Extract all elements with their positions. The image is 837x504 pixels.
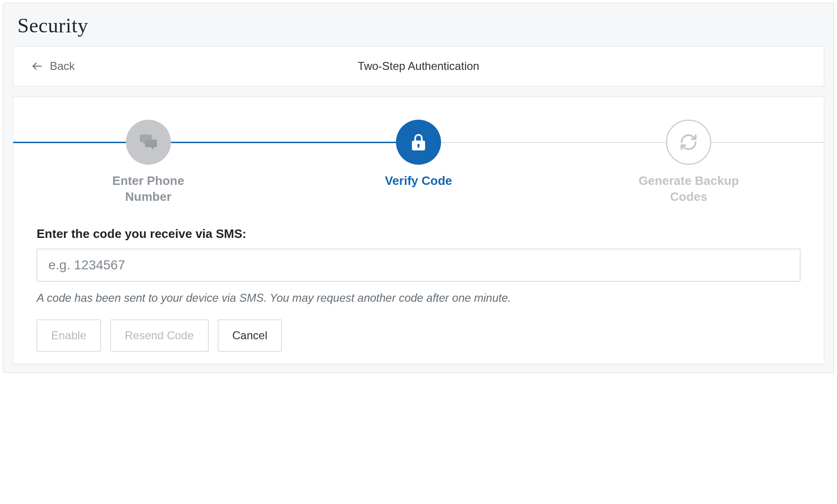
- enable-button: Enable: [37, 320, 101, 351]
- content-card: Enter Phone Number Verify Code: [13, 97, 824, 364]
- back-label: Back: [50, 60, 75, 73]
- resend-code-button: Resend Code: [110, 320, 209, 351]
- step-circle-upcoming: [666, 120, 711, 165]
- cancel-button[interactable]: Cancel: [218, 320, 282, 351]
- code-input[interactable]: [37, 249, 800, 282]
- step-label: Verify Code: [385, 173, 452, 189]
- step-enter-phone: Enter Phone Number: [13, 120, 283, 205]
- step-label: Generate Backup Codes: [637, 173, 740, 205]
- chat-icon: [138, 132, 159, 153]
- back-button[interactable]: Back: [13, 46, 93, 86]
- page-title: Security: [3, 3, 834, 46]
- header-title: Two-Step Authentication: [13, 60, 824, 73]
- security-panel: Security Back Two-Step Authentication: [3, 3, 834, 373]
- code-input-label: Enter the code you receive via SMS:: [37, 227, 800, 241]
- verify-form: Enter the code you receive via SMS: A co…: [13, 218, 824, 352]
- header-bar: Back Two-Step Authentication: [13, 46, 824, 86]
- lock-icon: [409, 132, 428, 152]
- helper-text: A code has been sent to your device via …: [37, 290, 800, 306]
- step-backup-codes: Generate Backup Codes: [554, 120, 824, 205]
- stepper: Enter Phone Number Verify Code: [13, 97, 824, 218]
- button-row: Enable Resend Code Cancel: [37, 320, 800, 351]
- step-circle-completed: [126, 120, 171, 165]
- arrow-left-icon: [31, 60, 43, 72]
- refresh-icon: [679, 133, 698, 152]
- step-label: Enter Phone Number: [97, 173, 200, 205]
- step-verify-code: Verify Code: [283, 120, 553, 189]
- step-circle-active: [396, 120, 441, 165]
